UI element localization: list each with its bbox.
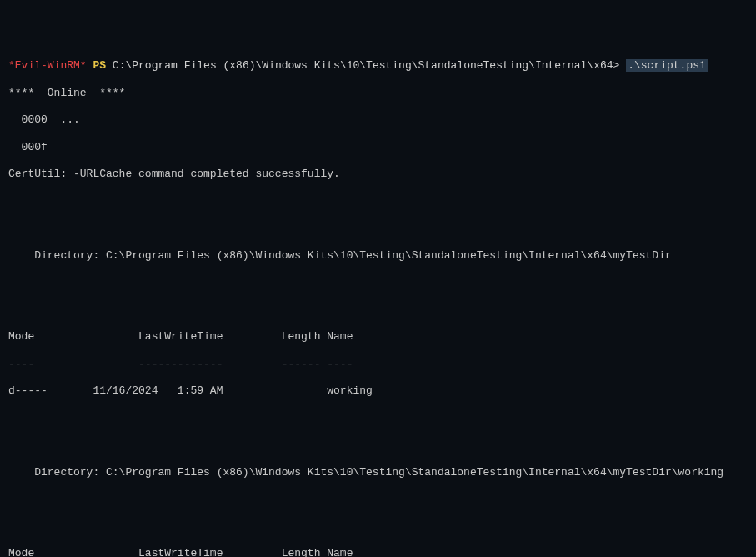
prompt-path: C:\Program Files (x86)\Windows Kits\10\T… [113, 59, 620, 72]
output-line [8, 304, 748, 317]
output-line [8, 195, 748, 208]
output-line [8, 412, 748, 425]
output-line [8, 493, 748, 506]
output-line: 0000 ... [8, 113, 748, 127]
output-line: **** Online **** [8, 87, 748, 100]
table-row: d----- 11/16/2024 1:59 AM working [8, 384, 748, 398]
output-line [8, 276, 748, 289]
directory-header: Directory: C:\Program Files (x86)\Window… [8, 249, 748, 263]
table-header: Mode LastWriteTime Length Name [8, 330, 748, 344]
evil-winrm-tag: *Evil-WinRM* [8, 59, 87, 72]
ps-tag: PS [93, 59, 106, 72]
output-line [8, 520, 748, 534]
output-line: CertUtil: -URLCache command completed su… [8, 168, 748, 181]
table-header-underline: ---- ------------- ------ ---- [8, 358, 748, 371]
command-entered: .\script.ps1 [626, 59, 708, 72]
output-line [8, 439, 748, 452]
output-line [8, 222, 748, 235]
prompt-line-1[interactable]: *Evil-WinRM* PS C:\Program Files (x86)\W… [8, 59, 748, 73]
table-header: Mode LastWriteTime Length Name [8, 547, 748, 557]
directory-header: Directory: C:\Program Files (x86)\Window… [8, 466, 748, 479]
output-line: 000f [8, 141, 748, 154]
